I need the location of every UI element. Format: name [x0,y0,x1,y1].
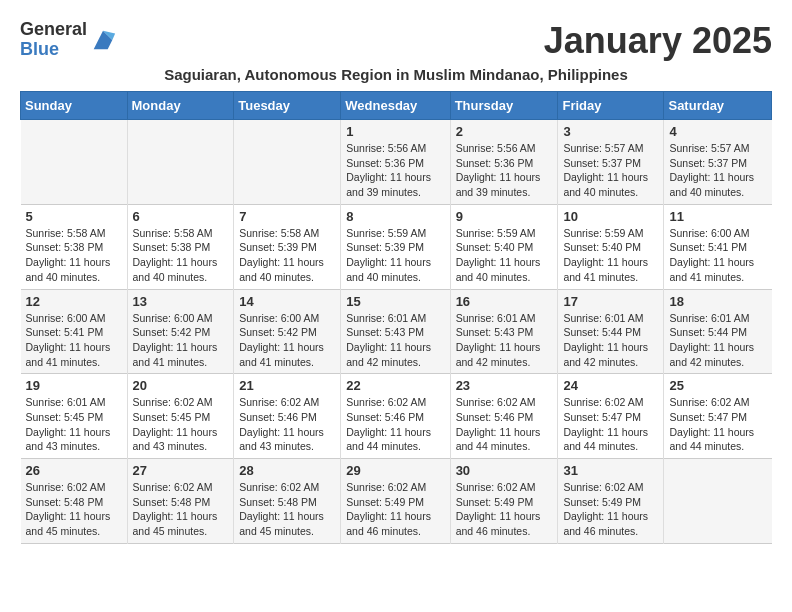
calendar-cell [664,459,772,544]
calendar-cell: 25Sunrise: 6:02 AM Sunset: 5:47 PM Dayli… [664,374,772,459]
weekday-header-friday: Friday [558,92,664,120]
day-number: 31 [563,463,658,478]
day-info: Sunrise: 5:57 AM Sunset: 5:37 PM Dayligh… [563,141,658,200]
calendar-cell: 27Sunrise: 6:02 AM Sunset: 5:48 PM Dayli… [127,459,234,544]
calendar-cell: 1Sunrise: 5:56 AM Sunset: 5:36 PM Daylig… [341,120,450,205]
calendar-cell: 30Sunrise: 6:02 AM Sunset: 5:49 PM Dayli… [450,459,558,544]
calendar-week-row: 12Sunrise: 6:00 AM Sunset: 5:41 PM Dayli… [21,289,772,374]
day-number: 14 [239,294,335,309]
day-number: 9 [456,209,553,224]
day-info: Sunrise: 6:01 AM Sunset: 5:43 PM Dayligh… [456,311,553,370]
day-number: 23 [456,378,553,393]
calendar-subtitle: Saguiaran, Autonomous Region in Muslim M… [20,66,772,83]
day-info: Sunrise: 5:58 AM Sunset: 5:38 PM Dayligh… [26,226,122,285]
day-number: 5 [26,209,122,224]
calendar-body: 1Sunrise: 5:56 AM Sunset: 5:36 PM Daylig… [21,120,772,544]
day-number: 24 [563,378,658,393]
day-info: Sunrise: 5:58 AM Sunset: 5:38 PM Dayligh… [133,226,229,285]
calendar-cell [21,120,128,205]
weekday-header-sunday: Sunday [21,92,128,120]
calendar-header: SundayMondayTuesdayWednesdayThursdayFrid… [21,92,772,120]
day-info: Sunrise: 6:02 AM Sunset: 5:47 PM Dayligh… [563,395,658,454]
day-info: Sunrise: 5:59 AM Sunset: 5:39 PM Dayligh… [346,226,444,285]
day-number: 7 [239,209,335,224]
day-number: 22 [346,378,444,393]
calendar-cell: 16Sunrise: 6:01 AM Sunset: 5:43 PM Dayli… [450,289,558,374]
day-number: 10 [563,209,658,224]
calendar-week-row: 19Sunrise: 6:01 AM Sunset: 5:45 PM Dayli… [21,374,772,459]
day-number: 2 [456,124,553,139]
calendar-cell: 7Sunrise: 5:58 AM Sunset: 5:39 PM Daylig… [234,204,341,289]
day-info: Sunrise: 6:01 AM Sunset: 5:45 PM Dayligh… [26,395,122,454]
day-number: 6 [133,209,229,224]
weekday-header-wednesday: Wednesday [341,92,450,120]
logo-blue-text: Blue [20,40,87,60]
day-number: 16 [456,294,553,309]
day-info: Sunrise: 6:01 AM Sunset: 5:44 PM Dayligh… [669,311,766,370]
day-number: 26 [26,463,122,478]
day-info: Sunrise: 5:56 AM Sunset: 5:36 PM Dayligh… [346,141,444,200]
calendar-cell: 10Sunrise: 5:59 AM Sunset: 5:40 PM Dayli… [558,204,664,289]
calendar-cell: 5Sunrise: 5:58 AM Sunset: 5:38 PM Daylig… [21,204,128,289]
day-info: Sunrise: 6:00 AM Sunset: 5:42 PM Dayligh… [239,311,335,370]
calendar-cell: 2Sunrise: 5:56 AM Sunset: 5:36 PM Daylig… [450,120,558,205]
day-number: 27 [133,463,229,478]
day-number: 1 [346,124,444,139]
weekday-header-saturday: Saturday [664,92,772,120]
calendar-cell: 23Sunrise: 6:02 AM Sunset: 5:46 PM Dayli… [450,374,558,459]
calendar-cell: 24Sunrise: 6:02 AM Sunset: 5:47 PM Dayli… [558,374,664,459]
month-title: January 2025 [544,20,772,62]
page-header: General Blue January 2025 [20,20,772,62]
day-info: Sunrise: 6:01 AM Sunset: 5:44 PM Dayligh… [563,311,658,370]
calendar-cell: 4Sunrise: 5:57 AM Sunset: 5:37 PM Daylig… [664,120,772,205]
calendar-cell: 13Sunrise: 6:00 AM Sunset: 5:42 PM Dayli… [127,289,234,374]
day-number: 12 [26,294,122,309]
day-number: 17 [563,294,658,309]
calendar-cell: 15Sunrise: 6:01 AM Sunset: 5:43 PM Dayli… [341,289,450,374]
day-number: 3 [563,124,658,139]
day-number: 11 [669,209,766,224]
day-info: Sunrise: 6:02 AM Sunset: 5:47 PM Dayligh… [669,395,766,454]
calendar-week-row: 1Sunrise: 5:56 AM Sunset: 5:36 PM Daylig… [21,120,772,205]
calendar-cell: 3Sunrise: 5:57 AM Sunset: 5:37 PM Daylig… [558,120,664,205]
calendar-week-row: 26Sunrise: 6:02 AM Sunset: 5:48 PM Dayli… [21,459,772,544]
weekday-header-row: SundayMondayTuesdayWednesdayThursdayFrid… [21,92,772,120]
calendar-cell: 29Sunrise: 6:02 AM Sunset: 5:49 PM Dayli… [341,459,450,544]
calendar-week-row: 5Sunrise: 5:58 AM Sunset: 5:38 PM Daylig… [21,204,772,289]
calendar-cell: 9Sunrise: 5:59 AM Sunset: 5:40 PM Daylig… [450,204,558,289]
calendar-cell: 18Sunrise: 6:01 AM Sunset: 5:44 PM Dayli… [664,289,772,374]
day-number: 28 [239,463,335,478]
day-info: Sunrise: 5:58 AM Sunset: 5:39 PM Dayligh… [239,226,335,285]
calendar-cell: 26Sunrise: 6:02 AM Sunset: 5:48 PM Dayli… [21,459,128,544]
day-info: Sunrise: 6:02 AM Sunset: 5:48 PM Dayligh… [26,480,122,539]
calendar-cell: 6Sunrise: 5:58 AM Sunset: 5:38 PM Daylig… [127,204,234,289]
calendar-cell: 12Sunrise: 6:00 AM Sunset: 5:41 PM Dayli… [21,289,128,374]
day-info: Sunrise: 6:02 AM Sunset: 5:48 PM Dayligh… [239,480,335,539]
calendar-cell: 11Sunrise: 6:00 AM Sunset: 5:41 PM Dayli… [664,204,772,289]
day-info: Sunrise: 6:02 AM Sunset: 5:48 PM Dayligh… [133,480,229,539]
day-number: 30 [456,463,553,478]
day-info: Sunrise: 6:00 AM Sunset: 5:42 PM Dayligh… [133,311,229,370]
day-number: 8 [346,209,444,224]
day-info: Sunrise: 6:02 AM Sunset: 5:45 PM Dayligh… [133,395,229,454]
day-info: Sunrise: 5:57 AM Sunset: 5:37 PM Dayligh… [669,141,766,200]
day-number: 4 [669,124,766,139]
day-info: Sunrise: 6:02 AM Sunset: 5:46 PM Dayligh… [456,395,553,454]
weekday-header-thursday: Thursday [450,92,558,120]
day-info: Sunrise: 5:56 AM Sunset: 5:36 PM Dayligh… [456,141,553,200]
calendar-cell: 14Sunrise: 6:00 AM Sunset: 5:42 PM Dayli… [234,289,341,374]
day-info: Sunrise: 6:00 AM Sunset: 5:41 PM Dayligh… [669,226,766,285]
calendar-cell: 19Sunrise: 6:01 AM Sunset: 5:45 PM Dayli… [21,374,128,459]
day-number: 19 [26,378,122,393]
calendar-cell [127,120,234,205]
day-info: Sunrise: 6:00 AM Sunset: 5:41 PM Dayligh… [26,311,122,370]
calendar-cell: 21Sunrise: 6:02 AM Sunset: 5:46 PM Dayli… [234,374,341,459]
day-info: Sunrise: 6:02 AM Sunset: 5:46 PM Dayligh… [239,395,335,454]
day-info: Sunrise: 5:59 AM Sunset: 5:40 PM Dayligh… [563,226,658,285]
day-info: Sunrise: 6:01 AM Sunset: 5:43 PM Dayligh… [346,311,444,370]
calendar-cell: 20Sunrise: 6:02 AM Sunset: 5:45 PM Dayli… [127,374,234,459]
day-info: Sunrise: 6:02 AM Sunset: 5:49 PM Dayligh… [346,480,444,539]
day-info: Sunrise: 6:02 AM Sunset: 5:46 PM Dayligh… [346,395,444,454]
weekday-header-tuesday: Tuesday [234,92,341,120]
day-info: Sunrise: 6:02 AM Sunset: 5:49 PM Dayligh… [456,480,553,539]
